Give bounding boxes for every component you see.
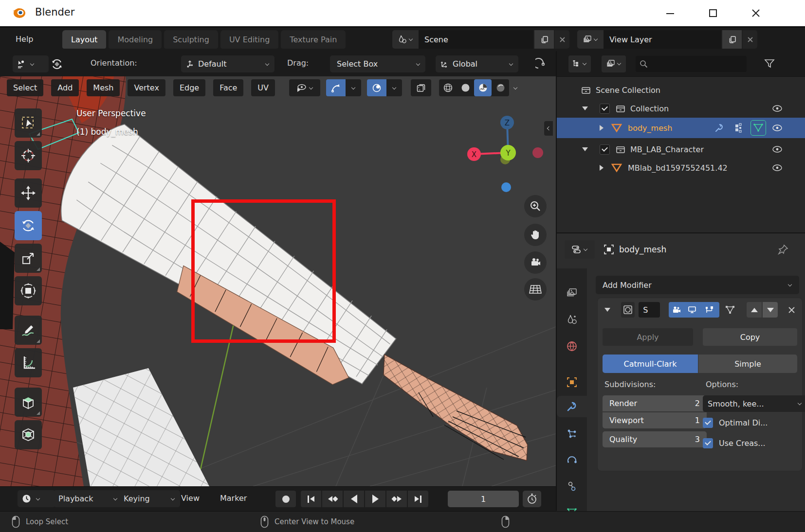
navigation-gizmo[interactable]: Z X Y — [462, 113, 550, 195]
shading-rendered-button[interactable] — [492, 79, 509, 96]
tool-scale[interactable] — [15, 244, 42, 273]
tab-particle-properties[interactable] — [560, 423, 584, 444]
tab-world-properties[interactable] — [560, 336, 584, 357]
simple-button[interactable]: Simple — [698, 355, 797, 373]
menu-mesh[interactable]: Mesh — [87, 79, 120, 96]
properties-editor-type-dropdown[interactable] — [565, 240, 595, 259]
sidebar-toggle[interactable] — [544, 121, 553, 136]
expand-icon[interactable] — [582, 147, 588, 151]
expand-icon[interactable] — [600, 125, 604, 131]
view-layer-remove-button[interactable] — [743, 30, 757, 49]
minimize-button[interactable] — [657, 3, 683, 23]
tool-move[interactable] — [15, 178, 42, 208]
jump-to-start-button[interactable] — [301, 491, 321, 507]
previous-keyframe-button[interactable] — [322, 491, 343, 507]
proportional-editing-toggle[interactable] — [367, 79, 386, 96]
catmull-clark-button[interactable]: Catmull-Clark — [603, 355, 698, 373]
tab-render-properties[interactable] — [560, 282, 584, 303]
tab-object-properties[interactable] — [560, 372, 584, 393]
outliner-filter-dropdown[interactable] — [602, 55, 626, 72]
tool-extrude-region[interactable] — [15, 388, 42, 417]
next-keyframe-button[interactable] — [386, 491, 407, 507]
play-reverse-button[interactable] — [344, 491, 364, 507]
expand-icon[interactable] — [582, 106, 588, 110]
quality-field[interactable]: Quality 3 — [603, 431, 707, 447]
current-frame-field[interactable]: 1 — [448, 491, 519, 507]
uv-smooth-dropdown[interactable]: Smooth, kee... — [703, 395, 805, 412]
tab-physics-properties[interactable] — [560, 449, 584, 471]
view-layer-new-button[interactable] — [722, 30, 742, 49]
scene-name-field[interactable]: Scene — [419, 30, 533, 49]
auto-keyframe-record-button[interactable] — [275, 491, 296, 507]
copy-button[interactable]: Copy — [703, 328, 797, 346]
snap-options-dropdown[interactable] — [346, 79, 361, 96]
modifier-render-toggle[interactable] — [669, 302, 684, 318]
auto-keying-clock-button[interactable] — [523, 491, 541, 507]
viewport-subdivisions-field[interactable]: Viewport 1 — [603, 412, 707, 428]
tab-modeling[interactable]: Modeling — [109, 30, 162, 49]
gizmo-x-negative[interactable] — [532, 147, 543, 158]
tab-layout[interactable]: Layout — [62, 30, 106, 49]
menu-add[interactable]: Add — [51, 79, 79, 96]
tool-transform[interactable] — [15, 276, 42, 305]
drag-mode-dropdown[interactable]: Select Box — [330, 55, 425, 72]
modifier-on-cage-toggle[interactable] — [723, 302, 737, 318]
camera-view-button[interactable] — [524, 251, 547, 274]
marker-menu[interactable]: Marker — [220, 494, 247, 503]
collection-checkbox[interactable] — [600, 104, 610, 114]
transform-space-dropdown[interactable]: Global — [436, 55, 518, 72]
play-button[interactable] — [365, 491, 385, 507]
menu-vertex[interactable]: Vertex — [128, 79, 165, 96]
scene-unlink-button[interactable] — [555, 30, 569, 49]
outliner-filter-button[interactable] — [764, 59, 775, 69]
menu-edge[interactable]: Edge — [173, 79, 205, 96]
close-button[interactable] — [743, 3, 769, 23]
modifier-editmode-toggle[interactable] — [700, 302, 719, 318]
tab-sculpting[interactable]: Sculpting — [164, 30, 218, 49]
scene-new-button[interactable] — [534, 30, 554, 49]
view-layer-name-field[interactable]: View Layer — [604, 30, 721, 49]
modifier-name-field[interactable]: S — [639, 302, 660, 318]
tab-scene-properties[interactable] — [560, 309, 584, 330]
menu-face[interactable]: Face — [213, 79, 243, 96]
tool-rotate[interactable] — [15, 211, 42, 240]
shading-options-dropdown[interactable] — [509, 79, 522, 96]
modifier-move-up-button[interactable] — [747, 302, 762, 318]
overlays-toggle[interactable] — [411, 79, 431, 96]
view-menu[interactable]: View — [181, 494, 200, 503]
collection-checkbox[interactable] — [600, 144, 610, 155]
jump-to-end-button[interactable] — [408, 491, 428, 507]
pan-button[interactable] — [524, 224, 547, 246]
gizmos-dropdown[interactable] — [289, 79, 320, 96]
tool-inset-faces[interactable] — [15, 420, 42, 449]
outliner-row-mblab[interactable]: MBlab_bd1597552451.42 — [557, 159, 805, 177]
shading-solid-button[interactable] — [457, 79, 474, 96]
zoom-button[interactable] — [524, 195, 547, 217]
menu-select[interactable]: Select — [7, 79, 43, 96]
eye-icon[interactable] — [772, 145, 783, 153]
maximize-button[interactable] — [700, 3, 726, 23]
outliner-row-body-mesh[interactable]: body_mesh — [557, 118, 805, 138]
outliner-row-collection[interactable]: Collection — [557, 99, 805, 118]
render-subdivisions-field[interactable]: Render 2 — [603, 395, 707, 411]
optimal-display-checkbox[interactable] — [703, 418, 713, 428]
orthographic-toggle-button[interactable] — [524, 278, 547, 301]
expand-icon[interactable] — [600, 165, 604, 171]
use-creases-checkbox[interactable] — [703, 438, 713, 448]
proportional-editing-dropdown[interactable] — [386, 79, 402, 96]
keying-menu[interactable]: Keying — [119, 490, 180, 507]
viewport-3d[interactable]: Select Add Mesh Vertex Edge Face UV — [0, 76, 556, 486]
snap-toggle[interactable] — [326, 79, 346, 96]
gizmo-z-negative[interactable] — [501, 182, 511, 192]
pin-button[interactable] — [778, 244, 788, 255]
modifier-move-down-button[interactable] — [763, 302, 778, 318]
active-tool-dropdown[interactable] — [13, 55, 49, 72]
view-layer-browse-button[interactable] — [577, 30, 604, 49]
outliner-row-character[interactable]: MB_LAB_Character — [557, 140, 805, 159]
tool-cursor[interactable] — [15, 141, 42, 170]
outliner-display-mode-dropdown[interactable] — [568, 55, 591, 72]
shading-material-button[interactable] — [474, 79, 492, 96]
shading-wireframe-button[interactable] — [439, 79, 457, 96]
timeline-editor-type-dropdown[interactable] — [18, 490, 55, 507]
tab-uv-editing[interactable]: UV Editing — [220, 30, 278, 49]
